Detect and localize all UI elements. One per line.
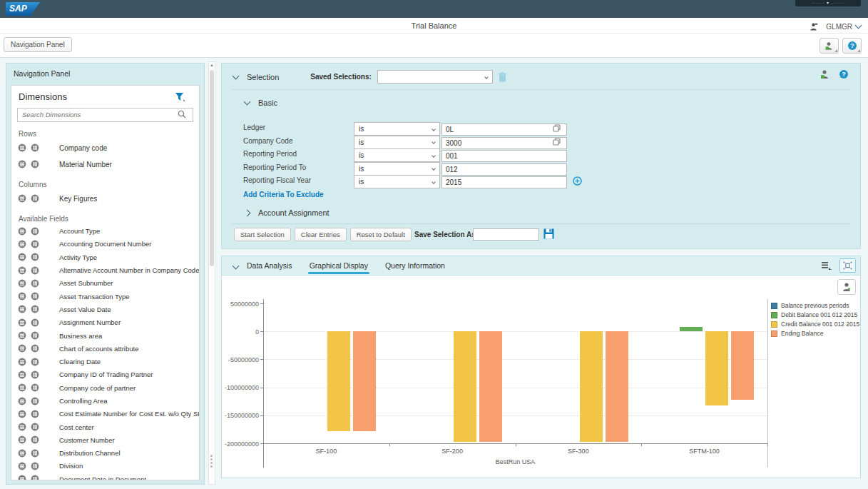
- dimension-item[interactable]: Key Figures: [11, 191, 199, 207]
- rows-toggle-icon[interactable]: [18, 423, 26, 431]
- legend-item[interactable]: Debit Balance 001 012 2015: [771, 311, 859, 318]
- rows-toggle-icon[interactable]: [18, 370, 26, 379]
- columns-toggle-icon[interactable]: [31, 383, 39, 392]
- rows-toggle-icon[interactable]: [18, 253, 26, 261]
- dimension-item[interactable]: Company code of partner: [11, 381, 199, 394]
- rows-toggle-icon[interactable]: [18, 462, 26, 470]
- delete-selection-icon[interactable]: [498, 72, 507, 82]
- tab-query-information[interactable]: Query Information: [385, 257, 445, 274]
- collapse-analysis-icon[interactable]: [233, 262, 240, 269]
- rows-toggle-icon[interactable]: [18, 410, 26, 418]
- rows-toggle-icon[interactable]: [18, 279, 26, 288]
- columns-toggle-icon[interactable]: [31, 449, 39, 458]
- dimension-item[interactable]: Account Type: [11, 225, 199, 238]
- operator-select[interactable]: is: [354, 148, 440, 162]
- value-input[interactable]: [441, 137, 567, 149]
- personalize-button[interactable]: [820, 38, 839, 54]
- columns-toggle-icon[interactable]: [31, 410, 39, 418]
- columns-toggle-icon[interactable]: [31, 292, 39, 301]
- rows-toggle-icon[interactable]: [18, 435, 26, 444]
- chart-bar[interactable]: [580, 331, 603, 442]
- value-input[interactable]: [441, 176, 567, 188]
- columns-toggle-icon[interactable]: [31, 423, 39, 431]
- rows-toggle-icon[interactable]: [18, 240, 26, 248]
- filter-icon[interactable]: [175, 92, 186, 102]
- chart-bar[interactable]: [606, 331, 628, 442]
- panel-splitter[interactable]: ▲: [208, 61, 215, 485]
- operator-select[interactable]: is: [354, 175, 440, 188]
- columns-toggle-icon[interactable]: [31, 266, 39, 275]
- value-help-icon[interactable]: [553, 124, 561, 132]
- dimension-item[interactable]: Clearing Date: [11, 355, 199, 368]
- columns-toggle-icon[interactable]: [31, 358, 39, 366]
- dimension-item[interactable]: Material Number: [11, 156, 199, 173]
- dimension-item[interactable]: Asset Transaction Type: [11, 290, 199, 303]
- rows-toggle-icon[interactable]: [18, 397, 26, 405]
- rows-toggle-icon[interactable]: [18, 292, 26, 301]
- tab-graphical-display[interactable]: Graphical Display: [310, 257, 368, 274]
- dimension-item[interactable]: Company ID of Trading Partner: [11, 368, 199, 381]
- columns-toggle-icon[interactable]: [31, 475, 39, 480]
- dimension-item[interactable]: Document Date in Document: [11, 473, 199, 480]
- save-icon[interactable]: [543, 228, 554, 239]
- dimension-item[interactable]: Controlling Area: [11, 394, 199, 407]
- personalize-icon[interactable]: [820, 69, 830, 79]
- help-button[interactable]: ?: [842, 38, 862, 54]
- legend-item[interactable]: Balance previous periods: [771, 302, 859, 309]
- columns-toggle-icon[interactable]: [31, 331, 39, 340]
- tab-data-analysis[interactable]: Data Analysis: [247, 257, 292, 274]
- reset-to-default-button[interactable]: Reset to Default: [350, 228, 412, 241]
- search-icon[interactable]: [178, 110, 186, 119]
- rows-toggle-icon[interactable]: [18, 227, 26, 236]
- chart-bar[interactable]: [705, 331, 728, 405]
- columns-toggle-icon[interactable]: [31, 462, 39, 470]
- columns-toggle-icon[interactable]: [31, 194, 39, 203]
- dimension-item[interactable]: Cost center: [11, 420, 199, 433]
- chart-bar[interactable]: [479, 331, 502, 442]
- splitter-grip[interactable]: [210, 453, 213, 469]
- scrollbar-thumb[interactable]: [210, 70, 214, 266]
- legend-item[interactable]: Credit Balance 001 012 2015: [771, 321, 859, 328]
- dimension-item[interactable]: Activity Type: [11, 251, 199, 263]
- columns-toggle-icon[interactable]: [31, 279, 39, 288]
- add-criteria-link[interactable]: Add Criteria To Exclude: [243, 191, 324, 198]
- columns-toggle-icon[interactable]: [31, 318, 39, 327]
- columns-toggle-icon[interactable]: [31, 305, 39, 313]
- help-icon[interactable]: ?: [839, 69, 849, 79]
- rows-toggle-icon[interactable]: [18, 449, 26, 458]
- columns-toggle-icon[interactable]: [31, 370, 39, 379]
- value-input[interactable]: [441, 150, 567, 162]
- dimension-item[interactable]: Accounting Document Number: [11, 238, 199, 251]
- dimension-item[interactable]: Alternative Account Number in Company Co…: [11, 263, 199, 276]
- chart-bar[interactable]: [353, 331, 376, 431]
- chart-bar[interactable]: [731, 331, 754, 400]
- dimension-item[interactable]: Customer Number: [11, 433, 199, 446]
- operator-select[interactable]: is: [354, 122, 440, 136]
- dimension-item[interactable]: Chart of accounts attribute: [11, 342, 199, 355]
- dimension-item[interactable]: Business area: [11, 329, 199, 342]
- dimension-item[interactable]: Company code: [11, 140, 199, 156]
- columns-toggle-icon[interactable]: [31, 435, 39, 444]
- dimension-item[interactable]: Asset Subnumber: [11, 277, 199, 290]
- collapse-selection-icon[interactable]: [233, 72, 240, 79]
- columns-toggle-icon[interactable]: [31, 160, 39, 168]
- dimension-item[interactable]: Division: [11, 460, 199, 473]
- columns-toggle-icon[interactable]: [31, 227, 39, 236]
- add-criterion-icon[interactable]: [573, 176, 582, 186]
- rows-toggle-icon[interactable]: [18, 160, 26, 168]
- user-menu[interactable]: GLMGR: [810, 20, 861, 33]
- legend-item[interactable]: Ending Balance: [771, 330, 859, 337]
- columns-toggle-icon[interactable]: [31, 253, 39, 261]
- fullscreen-toggle-button[interactable]: [839, 258, 856, 273]
- value-input[interactable]: [441, 123, 567, 136]
- navigation-panel-button[interactable]: Navigation Panel: [4, 37, 72, 52]
- view-switch-icon[interactable]: [821, 261, 832, 271]
- operator-select[interactable]: is: [354, 162, 440, 176]
- columns-toggle-icon[interactable]: [31, 143, 39, 152]
- rows-toggle-icon[interactable]: [18, 143, 26, 152]
- rows-toggle-icon[interactable]: [18, 344, 26, 353]
- save-selection-as-input[interactable]: [473, 228, 539, 241]
- start-selection-button[interactable]: Start Selection: [234, 228, 291, 241]
- collapse-basic-icon[interactable]: [244, 99, 251, 106]
- expand-account-assignment-icon[interactable]: [244, 209, 251, 216]
